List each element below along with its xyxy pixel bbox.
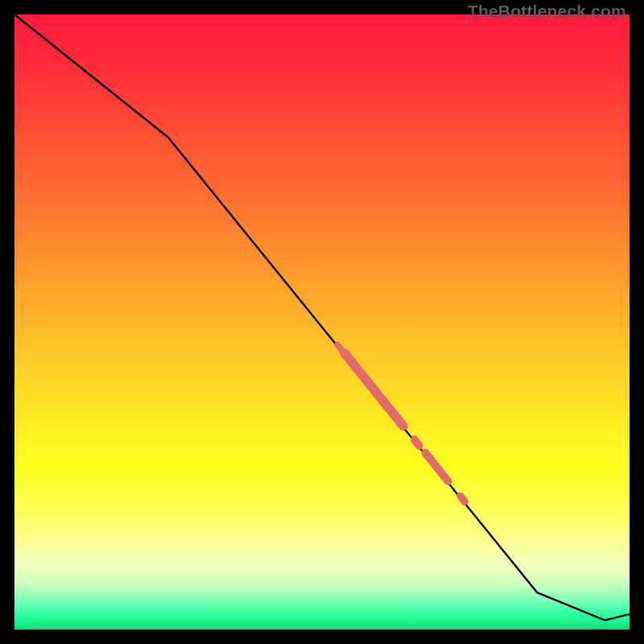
chart-overlay-svg <box>14 14 630 630</box>
watermark-text: TheBottleneck.com <box>468 2 626 21</box>
chart-frame: TheBottleneck.com <box>0 0 644 644</box>
highlight-segment <box>345 353 403 426</box>
highlight-segment <box>415 440 419 446</box>
highlight-segment <box>460 496 464 502</box>
primary-curve <box>14 14 630 621</box>
highlight-segment <box>425 453 448 481</box>
highlight-segments <box>337 345 464 502</box>
